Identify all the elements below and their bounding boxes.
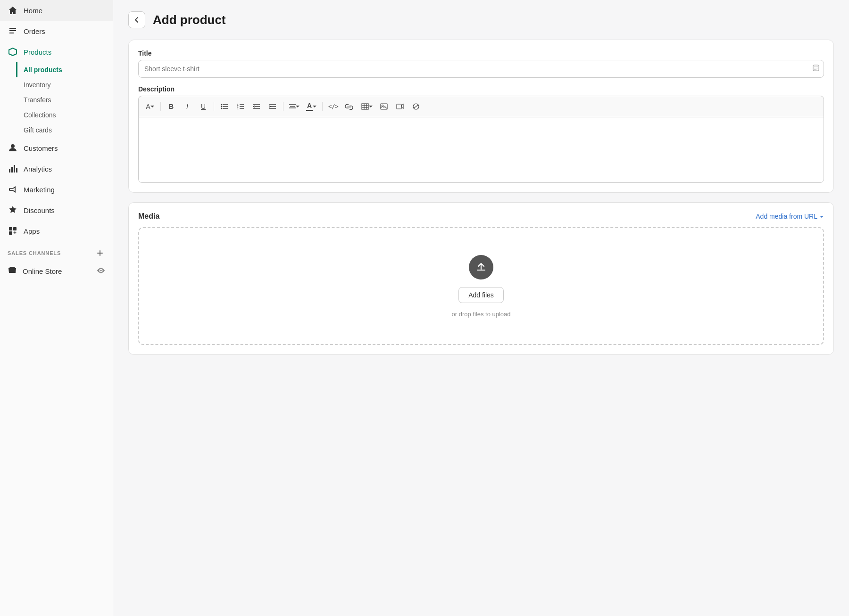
toolbar-divider-4 (322, 102, 323, 111)
toolbar-divider-1 (160, 102, 161, 111)
sidebar-item-online-store[interactable]: Online Store (0, 261, 113, 281)
products-icon (8, 47, 18, 57)
svg-rect-1 (9, 169, 10, 172)
toolbar-link-button[interactable] (342, 100, 358, 114)
sidebar-item-discounts[interactable]: Discounts (0, 200, 113, 221)
page-title: Add product (153, 13, 226, 27)
customers-icon (8, 143, 18, 153)
toolbar-indent-increase-button[interactable] (265, 99, 280, 114)
title-field-label: Title (138, 49, 824, 57)
marketing-icon (8, 184, 18, 195)
title-input-wrapper (138, 60, 824, 78)
home-icon (8, 5, 18, 16)
svg-rect-41 (397, 104, 401, 109)
toolbar-bullet-list-button[interactable] (217, 99, 232, 114)
upload-hint: or drop files to upload (451, 311, 510, 318)
svg-rect-7 (9, 231, 12, 235)
description-field-label: Description (138, 85, 824, 93)
sidebar-label-discounts: Discounts (24, 206, 55, 214)
main-content: Add product Title Description A B I (113, 0, 849, 616)
svg-point-15 (221, 106, 223, 107)
sidebar-item-home[interactable]: Home (0, 0, 113, 21)
toolbar-divider-2 (214, 102, 214, 111)
toolbar-indent-decrease-button[interactable] (249, 99, 264, 114)
sidebar-sub-transfers[interactable]: Transfers (24, 92, 113, 107)
media-card: Media Add media from URL Add files or dr… (128, 202, 834, 355)
sidebar-item-orders[interactable]: Orders (0, 21, 113, 41)
sidebar-label-orders: Orders (24, 27, 45, 35)
online-store-label: Online Store (23, 267, 62, 275)
svg-rect-6 (13, 227, 17, 230)
toolbar-italic-button[interactable]: I (180, 99, 195, 114)
svg-rect-39 (381, 104, 387, 109)
toolbar-block-button[interactable] (408, 99, 424, 114)
svg-line-43 (414, 105, 418, 108)
title-input-icon (813, 65, 819, 73)
online-store-icon (8, 266, 17, 277)
add-files-button[interactable]: Add files (458, 287, 504, 303)
discounts-icon (8, 205, 18, 215)
sidebar-item-marketing[interactable]: Marketing (0, 179, 113, 200)
toolbar-underline-button[interactable]: U (196, 99, 211, 114)
sidebar-label-customers: Customers (24, 144, 58, 152)
svg-rect-2 (11, 167, 13, 172)
svg-point-17 (221, 108, 223, 109)
toolbar-code-button[interactable]: </> (325, 99, 341, 114)
sidebar-label-apps: Apps (24, 227, 40, 235)
svg-point-13 (221, 104, 223, 106)
apps-icon (8, 226, 18, 236)
sidebar: Home Orders Products All products Invent… (0, 0, 113, 616)
svg-rect-34 (362, 104, 368, 109)
toolbar-bold-button[interactable]: B (164, 99, 179, 114)
svg-rect-4 (16, 168, 17, 172)
online-store-left: Online Store (8, 266, 62, 277)
sidebar-item-customers[interactable]: Customers (0, 138, 113, 158)
description-editor[interactable] (138, 117, 824, 183)
sidebar-item-products[interactable]: Products (0, 41, 113, 62)
toolbar-align-button[interactable] (286, 99, 302, 114)
orders-icon (8, 26, 18, 36)
product-details-card: Title Description A B I U (128, 40, 834, 193)
sidebar-item-apps[interactable]: Apps (0, 221, 113, 241)
add-sales-channel-button[interactable] (95, 248, 105, 258)
sales-channels-label: SALES CHANNELS (8, 250, 61, 256)
sidebar-sub-inventory[interactable]: Inventory (24, 77, 113, 92)
back-button[interactable] (128, 11, 145, 28)
products-submenu: All products Inventory Transfers Collect… (0, 62, 113, 138)
media-header: Media Add media from URL (138, 212, 824, 221)
description-toolbar: A B I U 1.2.3. (138, 96, 824, 117)
toolbar-image-button[interactable] (376, 99, 391, 114)
sidebar-item-analytics[interactable]: Analytics (0, 158, 113, 179)
toolbar-video-button[interactable] (392, 99, 408, 114)
media-label: Media (138, 212, 159, 221)
toolbar-divider-3 (283, 102, 283, 111)
toolbar-font-color-button[interactable]: A (303, 99, 319, 114)
toolbar-table-button[interactable] (358, 99, 375, 114)
page-header: Add product (128, 11, 834, 28)
upload-dropzone[interactable]: Add files or drop files to upload (138, 227, 824, 345)
sidebar-sub-gift-cards[interactable]: Gift cards (24, 123, 113, 138)
svg-point-0 (11, 144, 15, 148)
sidebar-sub-all-products[interactable]: All products (16, 62, 113, 77)
upload-icon (469, 255, 493, 279)
sales-channels-section: SALES CHANNELS (0, 241, 113, 261)
svg-rect-3 (14, 165, 15, 172)
toolbar-ordered-list-button[interactable]: 1.2.3. (233, 99, 248, 114)
sidebar-label-marketing: Marketing (24, 186, 55, 194)
sidebar-label-analytics: Analytics (24, 165, 52, 173)
sidebar-label-products: Products (24, 48, 51, 56)
sidebar-sub-collections[interactable]: Collections (24, 107, 113, 123)
add-media-url-button[interactable]: Add media from URL (756, 213, 824, 220)
sidebar-label-home: Home (24, 7, 42, 15)
svg-text:3.: 3. (237, 107, 239, 110)
online-store-visibility-button[interactable] (97, 266, 105, 277)
svg-point-8 (100, 270, 102, 271)
svg-rect-5 (9, 227, 12, 230)
title-input[interactable] (138, 60, 824, 78)
toolbar-font-button[interactable]: A (142, 99, 158, 114)
analytics-icon (8, 164, 18, 174)
